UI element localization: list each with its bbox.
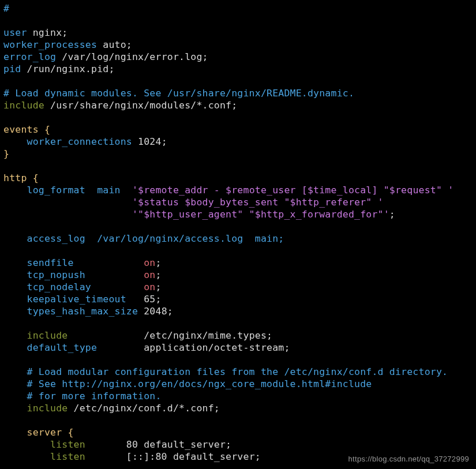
value: auto;	[97, 39, 132, 50]
semicolon: ;	[389, 209, 395, 220]
directive-listen: listen	[3, 451, 121, 462]
code-line: #	[3, 3, 459, 14]
comment: # Load modular configuration files from …	[3, 366, 448, 377]
directive-include: include	[3, 100, 44, 111]
string: '$status $body_bytes_sent "$http_referer…	[3, 197, 384, 208]
semicolon: ;	[156, 269, 162, 280]
directive-access-log: access_log /var/log/nginx/access.log mai…	[3, 233, 284, 244]
directive-default-type: default_type	[3, 342, 138, 353]
value: /usr/share/nginx/modules/*.conf;	[44, 100, 237, 111]
block-http: http	[3, 172, 27, 183]
port: [::]:80	[121, 451, 167, 462]
directive-types-hash-max-size: types_hash_max_size	[3, 306, 138, 317]
block-server: server	[3, 427, 62, 438]
semicolon: ;	[156, 294, 162, 305]
brace: {	[39, 124, 50, 135]
comment: # See http://nginx.org/en/docs/ngx_core_…	[3, 378, 372, 389]
semicolon: ;	[167, 306, 173, 317]
directive-include: include	[3, 330, 138, 341]
directive-listen: listen	[3, 439, 121, 450]
brace: }	[3, 148, 9, 159]
directive-pid: pid	[3, 63, 21, 74]
directive-error-log: error_log	[3, 51, 56, 62]
port: 80	[121, 439, 138, 450]
directive-sendfile: sendfile	[3, 257, 138, 268]
value-on: on	[138, 282, 155, 292]
block-events: events	[3, 124, 39, 135]
value: default_server;	[138, 439, 231, 450]
comment: # Load dynamic modules. See /usr/share/n…	[3, 88, 354, 99]
value: /run/nginx.pid;	[21, 63, 114, 74]
value: /etc/nginx/mime.types;	[138, 330, 272, 341]
number: 2048	[138, 306, 167, 317]
directive-user: user	[3, 27, 27, 38]
number: 65	[138, 294, 155, 305]
value: nginx;	[27, 27, 68, 38]
directive-include: include	[3, 403, 68, 414]
value: application/octet-stream;	[138, 342, 290, 353]
directive-tcp-nopush: tcp_nopush	[3, 269, 138, 280]
directive-log-format: log_format main	[3, 185, 132, 196]
string: '"$http_user_agent" "$http_x_forwarded_f…	[3, 209, 389, 220]
number: 1024	[132, 136, 162, 147]
value-on: on	[138, 269, 155, 280]
directive-tcp-nodelay: tcp_nodelay	[3, 282, 138, 292]
value-on: on	[138, 257, 155, 268]
brace: {	[62, 427, 73, 438]
value: /etc/nginx/conf.d/*.conf;	[68, 403, 219, 414]
semicolon: ;	[156, 282, 162, 292]
watermark: https://blog.csdn.net/qq_37272999	[348, 455, 469, 463]
directive-worker-connections: worker_connections	[3, 136, 132, 147]
value: default_server;	[167, 451, 261, 462]
semicolon: ;	[156, 257, 162, 268]
brace: {	[27, 172, 39, 183]
directive-worker-processes: worker_processes	[3, 39, 97, 50]
value: /var/log/nginx/error.log;	[56, 51, 208, 62]
directive-keepalive-timeout: keepalive_timeout	[3, 294, 138, 305]
code-editor[interactable]: # user nginx; worker_processes auto; err…	[0, 0, 476, 463]
comment: # for more information.	[3, 391, 162, 402]
string: '$remote_addr - $remote_user [$time_loca…	[132, 185, 453, 196]
semicolon: ;	[162, 136, 167, 147]
